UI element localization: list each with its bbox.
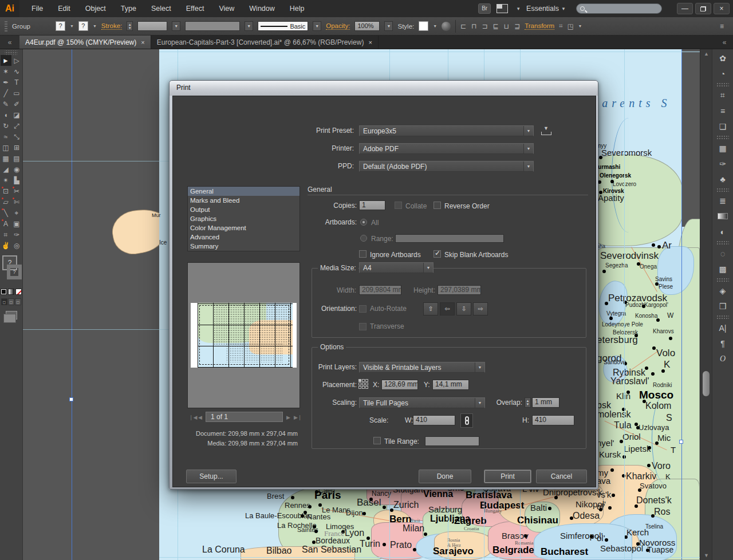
tab-a4eur[interactable]: A4Eur.pdf @ 150% (CMYK/Preview) × <box>19 36 151 49</box>
tool-artboard-tool[interactable]: ⊡ <box>1 186 11 196</box>
copies-field[interactable]: 1 <box>359 200 385 210</box>
tool-scale-tool[interactable]: ⤢ <box>11 120 22 131</box>
draw-inside-button[interactable]: ◻ <box>15 298 21 305</box>
gradient-panel-icon[interactable] <box>714 208 731 224</box>
collate-checkbox[interactable] <box>395 202 402 209</box>
scale-h-field[interactable]: 410 <box>532 415 574 425</box>
menu-view[interactable]: View <box>211 0 242 17</box>
section-item-general[interactable]: General <box>188 187 299 196</box>
graphic-styles-panel-icon[interactable]: ▩ <box>714 261 731 277</box>
print-preview[interactable] <box>187 262 300 408</box>
graphic-style-swatch[interactable] <box>419 21 428 31</box>
print-button[interactable]: Print <box>484 470 531 483</box>
tool-gradient-tool[interactable]: ▤ <box>11 153 22 164</box>
tool-slice-tool[interactable]: ✂ <box>11 186 22 196</box>
fill-swatch[interactable]: ? <box>56 21 65 31</box>
done-button[interactable]: Done <box>419 470 471 483</box>
tool-knife-tool[interactable]: ╲ <box>1 207 11 218</box>
ignore-artboards-checkbox[interactable] <box>359 250 366 258</box>
placement-proxy-icon[interactable] <box>358 379 368 389</box>
character-panel-icon[interactable]: A| <box>714 320 731 336</box>
tool-shape-builder-tool[interactable]: ◫ <box>1 142 11 153</box>
tab-european-capitals[interactable]: European-Capitals-Part-3 [Converted].ai*… <box>151 36 379 49</box>
section-item-marks-and-bleed[interactable]: Marks and Bleed <box>188 196 299 205</box>
section-item-summary[interactable]: Summary <box>188 242 299 251</box>
tool-blob-brush-tool[interactable]: ◖ <box>1 109 11 120</box>
stroke-weight-stepper[interactable]: ▲▼ <box>127 21 133 31</box>
x-field[interactable]: 128,69 mm <box>381 380 418 390</box>
tool-scissors-tool[interactable]: ✄ <box>11 196 22 207</box>
gradient-swatch-button[interactable] <box>8 289 14 295</box>
brush-definition-field[interactable] <box>185 21 240 31</box>
tool-pen-tool[interactable]: ✒ <box>1 77 11 88</box>
close-tab-icon[interactable]: × <box>141 39 144 46</box>
minimize-button[interactable]: — <box>677 3 693 14</box>
layers-panel-icon[interactable]: ◈ <box>714 283 731 298</box>
menu-effect[interactable]: Effect <box>179 0 212 17</box>
close-tab-icon[interactable]: × <box>368 39 372 46</box>
print-layers-dropdown[interactable]: Visible & Printable Layers▼ <box>359 362 485 373</box>
transverse-checkbox[interactable] <box>359 323 366 330</box>
chevron-down-icon[interactable]: ▼ <box>172 21 180 31</box>
workspace-switcher[interactable]: Essentials ▼ <box>526 5 566 13</box>
app-logo[interactable]: Ai <box>0 0 19 17</box>
orientation-portrait-down-icon[interactable]: ⇩ <box>456 302 471 316</box>
tool-rectangle-tool[interactable]: ▭ <box>11 88 22 98</box>
tool-perspective-grid-tool[interactable]: ⊞ <box>11 142 22 153</box>
media-size-dropdown[interactable]: A4▼ <box>359 262 434 273</box>
restore-button[interactable] <box>695 3 711 14</box>
isolate-icon[interactable]: ◳ <box>568 22 574 30</box>
transparency-panel-icon[interactable]: ◐ <box>714 224 731 239</box>
tile-range-field[interactable] <box>425 436 479 446</box>
tool-crop-marks-tool[interactable]: ⌗ <box>1 229 11 240</box>
symbols-panel-icon[interactable]: ♣ <box>714 171 731 187</box>
tool-type-tool[interactable]: T <box>11 77 22 88</box>
section-item-output[interactable]: Output <box>188 205 299 214</box>
orientation-landscape-right-icon[interactable]: ⇨ <box>473 302 488 316</box>
menu-help[interactable]: Help <box>282 0 312 17</box>
reverse-order-checkbox[interactable] <box>434 202 441 209</box>
tool-blend-tool[interactable]: ◉ <box>11 164 22 175</box>
section-item-color-management[interactable]: Color Management <box>188 223 299 232</box>
document-setup-icon[interactable] <box>442 22 451 31</box>
orientation-portrait-up-icon[interactable]: ⇧ <box>423 302 438 316</box>
tool-selection-aux-tool[interactable]: ⌖ <box>11 207 22 218</box>
tool-lasso-tool[interactable]: ∿ <box>11 66 22 77</box>
stroke-weight-field[interactable] <box>137 21 167 31</box>
tool-eraser-tool[interactable]: ◪ <box>11 109 22 120</box>
align-middle-icon[interactable]: ⊔ <box>504 22 509 30</box>
artboards-panel-icon[interactable]: ❒ <box>714 298 731 314</box>
opacity-field[interactable]: 100% <box>354 21 380 31</box>
printer-dropdown[interactable]: Adobe PDF▼ <box>359 143 534 154</box>
tool-selection-tool[interactable]: ► <box>1 55 11 66</box>
align-top-icon[interactable]: ⊑ <box>493 22 499 30</box>
stroke-link[interactable]: Stroke: <box>101 22 122 30</box>
stroke-color-swatch[interactable]: ? <box>7 265 22 279</box>
section-item-advanced[interactable]: Advanced <box>188 232 299 242</box>
next-page-icon[interactable]: ▶ <box>286 415 290 420</box>
align-right-icon[interactable]: ⊐ <box>482 22 488 30</box>
skip-blank-checkbox[interactable] <box>434 250 441 258</box>
align-left-icon[interactable]: ⊏ <box>460 22 466 30</box>
menu-edit[interactable]: Edit <box>50 0 78 17</box>
bridge-button[interactable]: Br <box>478 3 491 14</box>
align-center-icon[interactable]: ⊓ <box>471 22 476 30</box>
opentype-panel-icon[interactable]: O <box>714 351 731 366</box>
tool-direct-selection-tool[interactable]: ▷ <box>11 55 22 66</box>
prev-page-icon[interactable]: ◀ <box>198 415 202 420</box>
brushes-panel-icon[interactable]: ✑ <box>714 156 731 171</box>
menu-object[interactable]: Object <box>78 0 113 17</box>
auto-rotate-checkbox[interactable] <box>359 305 366 313</box>
menu-select[interactable]: Select <box>144 0 179 17</box>
page-indicator[interactable]: 1 of 1 <box>206 412 283 422</box>
chevron-down-icon[interactable]: ▼ <box>313 21 321 31</box>
draw-normal-button[interactable]: ◻ <box>1 298 7 305</box>
artboards-all-radio[interactable] <box>360 219 367 226</box>
range-radio[interactable] <box>360 235 367 242</box>
menu-window[interactable]: Window <box>242 0 282 17</box>
section-item-graphics[interactable]: Graphics <box>188 214 299 223</box>
overlap-field[interactable]: 1 mm <box>532 397 559 408</box>
chevron-down-icon[interactable]: ▼ <box>384 21 393 31</box>
tool-magic-wand-tool[interactable]: ✶ <box>1 66 11 77</box>
tool-free-transform-tool[interactable]: ⤡ <box>11 131 22 142</box>
